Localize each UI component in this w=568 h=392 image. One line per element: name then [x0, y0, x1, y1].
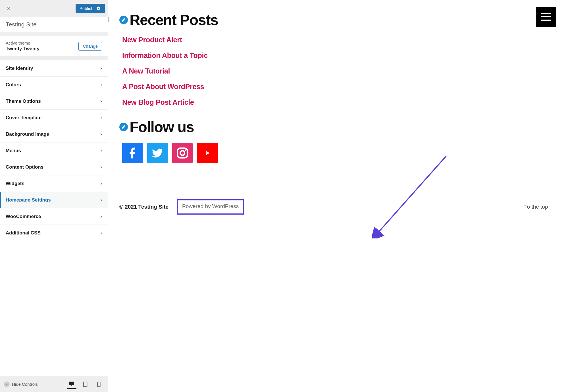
post-link[interactable]: A New Tutorial [122, 67, 170, 75]
panel-item-label: Content Options [6, 164, 43, 170]
pencil-icon [121, 125, 126, 129]
panel-item-theme-options[interactable]: Theme Options› [0, 93, 108, 110]
gear-icon [96, 6, 101, 11]
chevron-right-icon: › [100, 148, 102, 154]
panel-item-label: Colors [6, 82, 21, 88]
menu-toggle-button[interactable] [536, 7, 556, 27]
list-item: New Product Alert [122, 36, 552, 44]
recent-posts-header: Recent Posts [119, 11, 552, 28]
panel-item-label: Cover Template [6, 115, 41, 121]
panel-item-widgets[interactable]: Widgets› [0, 175, 108, 192]
panel-item-label: Theme Options [6, 98, 41, 104]
svg-point-3 [99, 386, 99, 386]
active-theme-row: Active theme Twenty Twenty Change [0, 32, 108, 60]
chevron-right-icon: › [100, 197, 102, 203]
panel-item-additional-css[interactable]: Additional CSS› [0, 225, 108, 241]
chevron-right-icon: › [100, 181, 102, 186]
chevron-right-icon: › [100, 230, 102, 236]
youtube-link[interactable] [197, 143, 218, 163]
chevron-right-icon: › [100, 65, 102, 71]
chevron-right-icon: › [100, 131, 102, 137]
panel-item-colors[interactable]: Colors› [0, 77, 108, 93]
tablet-icon [82, 381, 88, 387]
facebook-link[interactable] [122, 143, 143, 163]
customizer-topbar: Publish [0, 0, 108, 17]
mobile-icon [96, 381, 102, 387]
chevron-right-icon: › [100, 82, 102, 88]
change-theme-button[interactable]: Change [78, 42, 102, 51]
publish-button[interactable]: Publish [76, 4, 105, 13]
svg-point-5 [180, 151, 185, 155]
hamburger-icon [541, 13, 551, 21]
panel-item-woocommerce[interactable]: WooCommerce› [0, 208, 108, 225]
edit-shortcut-button[interactable] [119, 16, 128, 24]
device-desktop-button[interactable] [67, 380, 76, 389]
panel-item-label: Background Image [6, 131, 49, 137]
list-item: A Post About WordPress [122, 83, 552, 91]
list-item: A New Tutorial [122, 67, 552, 75]
twitter-icon [151, 146, 164, 160]
panel-item-homepage-settings[interactable]: Homepage Settings› [0, 192, 108, 208]
edit-shortcut-button[interactable] [119, 123, 128, 131]
to-the-top-link[interactable]: To the top ↑ [524, 204, 552, 210]
social-icons-row [122, 143, 552, 163]
close-button[interactable] [0, 0, 17, 17]
active-theme-name: Twenty Twenty [6, 46, 39, 52]
panel-item-label: WooCommerce [6, 214, 41, 219]
footer-copyright: © 2021 Testing Site [119, 204, 168, 210]
panel-item-cover-template[interactable]: Cover Template› [0, 110, 108, 126]
panel-item-content-options[interactable]: Content Options› [0, 159, 108, 175]
panel-item-site-identity[interactable]: Site Identity› [0, 60, 108, 77]
publish-label: Publish [80, 6, 93, 11]
device-mobile-button[interactable] [94, 380, 104, 389]
list-item: Information About a Topic [122, 51, 552, 60]
youtube-icon [201, 146, 214, 160]
panel-item-label: Additional CSS [6, 230, 41, 236]
footer-powered-by: Powered by WordPress [177, 199, 244, 215]
customizer-panel-list: Site Identity›Colors›Theme Options›Cover… [0, 60, 108, 376]
panel-item-label: Menus [6, 148, 21, 154]
customizer-footer: Hide Controls [0, 376, 108, 392]
panel-item-label: Homepage Settings [6, 197, 51, 203]
hide-controls-label: Hide Controls [12, 382, 38, 387]
site-title[interactable]: Testing Site [0, 17, 108, 32]
svg-point-1 [85, 386, 86, 386]
recent-posts-heading: Recent Posts [130, 11, 218, 28]
active-theme-label: Active theme [6, 41, 39, 45]
arrow-up-icon: ↑ [550, 204, 553, 210]
close-icon [6, 6, 11, 11]
list-item: New Blog Post Article [122, 98, 552, 106]
facebook-icon [126, 146, 139, 160]
device-preview-toggles [67, 380, 108, 389]
svg-point-6 [185, 149, 186, 151]
svg-rect-4 [178, 148, 188, 158]
site-footer: © 2021 Testing Site Powered by WordPress… [119, 186, 552, 215]
pencil-icon [121, 18, 126, 22]
chevron-right-icon: › [100, 213, 102, 219]
to-the-top-label: To the top [524, 204, 548, 210]
hide-controls-button[interactable]: Hide Controls [0, 381, 42, 387]
desktop-icon [68, 381, 75, 387]
device-tablet-button[interactable] [80, 380, 90, 389]
follow-us-heading: Follow us [130, 118, 194, 135]
panel-item-label: Widgets [6, 181, 24, 186]
twitter-link[interactable] [147, 143, 168, 163]
chevron-right-icon: › [100, 164, 102, 170]
panel-item-background-image[interactable]: Background Image› [0, 126, 108, 142]
post-link[interactable]: New Blog Post Article [122, 98, 194, 106]
instagram-link[interactable] [172, 143, 193, 163]
preview-pane: Recent Posts New Product AlertInformatio… [108, 0, 568, 392]
follow-us-section: Follow us [119, 118, 552, 163]
panel-item-menus[interactable]: Menus› [0, 142, 108, 159]
panel-item-label: Site Identity [6, 66, 33, 71]
customizer-sidebar: Publish Testing Site Active theme Twenty… [0, 0, 108, 392]
post-link[interactable]: Information About a Topic [122, 51, 208, 59]
collapse-icon [4, 381, 10, 387]
instagram-icon [176, 146, 189, 160]
chevron-right-icon: › [100, 115, 102, 121]
recent-posts-list: New Product AlertInformation About a Top… [119, 36, 552, 106]
post-link[interactable]: New Product Alert [122, 36, 182, 44]
post-link[interactable]: A Post About WordPress [122, 83, 204, 91]
chevron-right-icon: › [100, 98, 102, 104]
